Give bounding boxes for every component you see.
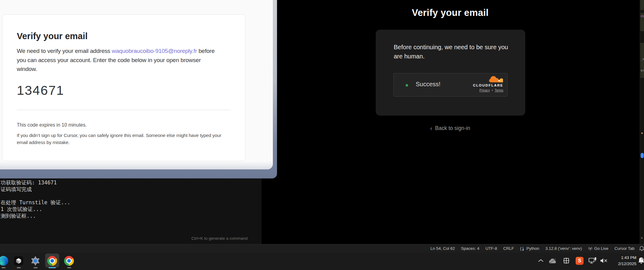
taskbar-app-cursor[interactable]	[13, 255, 25, 267]
close-icon[interactable]: ×	[641, 235, 643, 240]
email-body: We need to verify your email address waq…	[17, 46, 218, 74]
encoding-indicator[interactable]: UTF-8	[485, 246, 497, 251]
privacy-link[interactable]: Privacy	[479, 88, 490, 92]
code-expiry-note: This code expires in 10 minutes.	[17, 122, 87, 128]
code-fragment: er	[641, 68, 644, 72]
cloudflare-turnstile-widget: Success! CLOUDFLARE Privacy • Terms	[393, 73, 508, 97]
taskbar-app-edge[interactable]	[0, 255, 9, 267]
terms-link[interactable]: Terms	[494, 88, 503, 92]
snipaste-letter: S	[578, 258, 581, 264]
tray-chevron-up-icon[interactable]	[538, 259, 544, 262]
modified-indicator-dot	[641, 132, 643, 134]
browser-verify-page: Verify your email Before continuing, we …	[262, 0, 640, 244]
code-fragment: co	[641, 14, 644, 18]
running-indicator	[17, 267, 21, 268]
email-disclaimer: If you didn’t sign up for Cursor, you ca…	[17, 132, 232, 146]
clock-date: 2/12/2025	[607, 261, 636, 267]
terminal-ai-hint: Ctrl+K to generate a command	[191, 236, 248, 241]
back-to-signin-label: Back to sign-in	[435, 125, 470, 131]
scrollbar-badge[interactable]	[641, 153, 644, 158]
email-address-link[interactable]: waquobraucoibo-9105@noreply.fr	[112, 48, 197, 54]
email-card: Verify your email We need to verify your…	[2, 14, 245, 161]
window-content: Verify your email We need to verify your…	[0, 0, 273, 169]
terminal-line: 功获取验证码: 134671	[1, 179, 57, 186]
divider	[17, 110, 231, 110]
cursor-tab-toggle[interactable]: Cursor Tab	[614, 246, 635, 251]
active-running-indicator	[49, 267, 56, 268]
terminal-panel[interactable]: 功获取验证码: 134671 证码填写完成 在处理 Turnstile 验证..…	[0, 179, 262, 244]
turnstile-status: Success!	[416, 81, 440, 88]
gear-icon	[31, 256, 40, 265]
running-indicator	[2, 267, 5, 268]
language-label: Python	[526, 246, 539, 251]
edge-icon	[0, 256, 8, 266]
python-interpreter-indicator[interactable]: 3.12.8 ('venv': venv)	[545, 246, 582, 251]
chrome-icon	[64, 256, 74, 266]
desktop-screen: co _w er × Verify your email Before cont…	[0, 0, 644, 270]
taskbar-app-settings[interactable]	[29, 255, 42, 267]
terminal-line: 测到验证框...	[1, 213, 36, 220]
human-check-prompt: Before continuing, we need to be sure yo…	[394, 43, 508, 61]
input-method-icon[interactable]	[563, 257, 570, 264]
editor-sliver: co _w er ×	[640, 0, 644, 244]
turnstile-links: Privacy • Terms	[479, 88, 503, 92]
network-ethernet-icon[interactable]	[588, 257, 597, 264]
verification-code: 134671	[17, 83, 64, 98]
taskbar-app-chrome-active[interactable]	[46, 255, 58, 267]
terminal-line: 证码填写完成	[1, 186, 32, 193]
cursor-position-indicator[interactable]: Ln 54, Col 62	[430, 246, 455, 251]
eol-indicator[interactable]: CRLF	[503, 246, 514, 251]
terminal-line: 1 次尝试验证...	[1, 206, 42, 213]
braces-icon: {}	[520, 246, 525, 251]
broadcast-icon	[588, 246, 592, 251]
go-live-button[interactable]: Go Live	[588, 246, 609, 251]
terminal-line: 在处理 Turnstile 验证...	[1, 199, 70, 206]
taskbar-app-chrome[interactable]	[63, 255, 75, 267]
chrome-icon	[47, 256, 57, 266]
running-indicator	[34, 267, 38, 268]
notification-bell-sleep-icon[interactable]: z	[638, 257, 644, 265]
email-title: Verify your email	[17, 31, 88, 41]
clock-time: 1:43 PM	[607, 255, 636, 261]
code-fragment-block	[640, 0, 644, 10]
notifications-bell-icon[interactable]	[639, 246, 644, 251]
status-bar: Ln 54, Col 62 Spaces: 4 UTF-8 CRLF {} Py…	[0, 244, 644, 253]
success-dot-icon	[406, 84, 408, 87]
cloudflare-wordmark: CLOUDFLARE	[473, 83, 503, 87]
language-mode-indicator[interactable]: {} Python	[520, 246, 539, 251]
human-check-card: Before continuing, we need to be sure yo…	[376, 30, 525, 116]
chevron-left-icon: ‹	[430, 124, 432, 131]
taskbar: S 1:43 PM 2/12/2025 z	[0, 253, 644, 270]
email-body-prefix: We need to verify your email address	[17, 48, 112, 54]
link-separator: •	[492, 88, 493, 92]
back-to-signin-link[interactable]: ‹Back to sign-in	[404, 124, 496, 131]
running-indicator	[67, 267, 71, 268]
taskbar-clock[interactable]: 1:43 PM 2/12/2025	[607, 255, 636, 267]
cursor-cube-icon	[14, 256, 23, 265]
snipaste-icon[interactable]: S	[576, 257, 584, 265]
indentation-indicator[interactable]: Spaces: 4	[461, 246, 479, 251]
onedrive-paused-icon[interactable]	[548, 258, 557, 264]
svg-text:z: z	[642, 258, 643, 260]
code-fragment: _w	[641, 57, 644, 61]
volume-muted-icon[interactable]	[600, 258, 608, 263]
email-preview-window: Verify your email We need to verify your…	[0, 0, 277, 179]
page-title: Verify your email	[359, 7, 542, 18]
go-live-label: Go Live	[594, 246, 609, 251]
cloudflare-logo-icon	[489, 75, 503, 83]
